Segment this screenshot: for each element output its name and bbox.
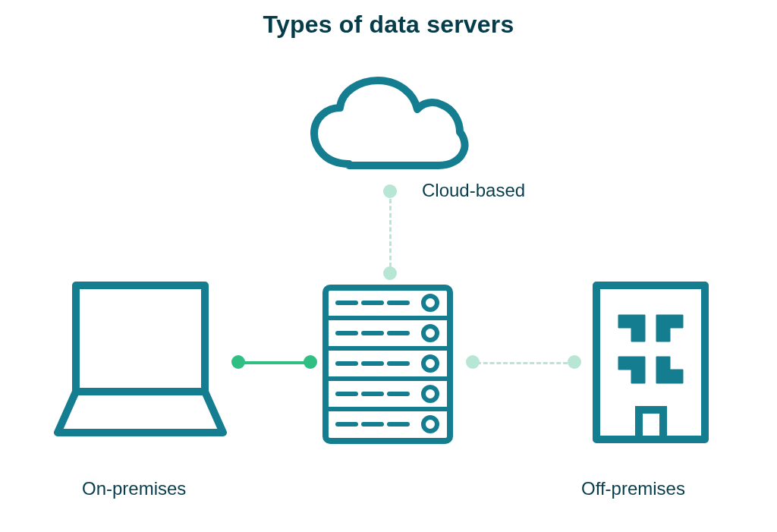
server-rack-icon xyxy=(322,285,453,444)
off-premises-label: Off-premises xyxy=(581,478,685,499)
laptop-icon xyxy=(53,281,228,444)
building-icon xyxy=(592,281,709,444)
svg-point-20 xyxy=(423,387,437,401)
cloud-icon xyxy=(304,73,473,183)
svg-point-24 xyxy=(423,417,437,431)
svg-rect-28 xyxy=(639,410,663,439)
svg-point-12 xyxy=(423,326,437,340)
on-premises-label: On-premises xyxy=(82,478,186,499)
diagram-stage: Types of data servers Cloud-based On-pre… xyxy=(0,0,777,532)
svg-rect-27 xyxy=(596,285,705,439)
svg-point-8 xyxy=(423,296,437,310)
svg-point-16 xyxy=(423,357,437,370)
diagram-title: Types of data servers xyxy=(0,11,777,39)
svg-rect-25 xyxy=(76,285,205,392)
cloud-label: Cloud-based xyxy=(422,180,525,201)
